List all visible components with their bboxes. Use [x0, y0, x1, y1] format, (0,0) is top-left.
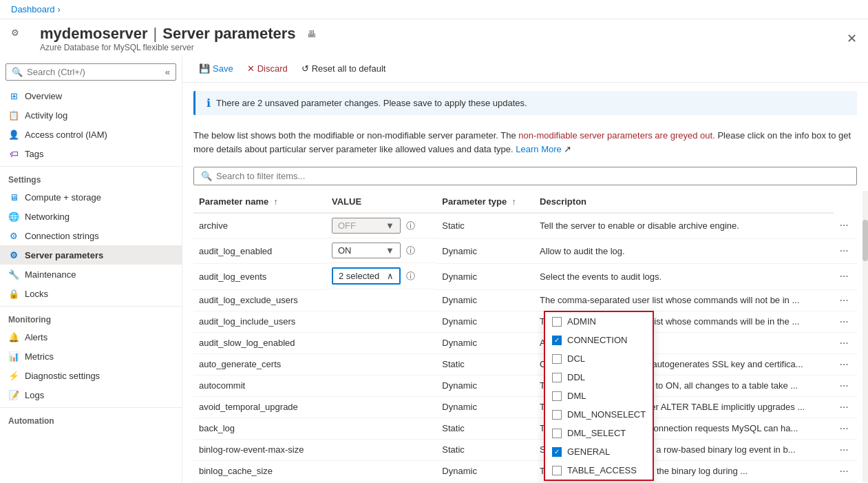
- param-value-cell: 2 selected∧ⓘ: [326, 263, 436, 289]
- discard-button[interactable]: ✕ Discard: [242, 61, 293, 76]
- param-type-cell: Static: [436, 353, 534, 375]
- param-info-icon[interactable]: ⓘ: [406, 245, 415, 257]
- sidebar-item-tags[interactable]: 🏷 Tags: [0, 144, 182, 163]
- sidebar-item-label: Connection strings: [25, 231, 99, 241]
- sidebar-item-locks[interactable]: 🔒 Locks: [0, 284, 182, 303]
- search-input[interactable]: [27, 67, 158, 77]
- breadcrumb-dashboard[interactable]: Dashboard: [11, 4, 55, 14]
- dropdown-option[interactable]: DML_SELECT: [545, 424, 653, 442]
- more-options-button[interactable]: ···: [839, 465, 848, 477]
- param-type-cell: Dynamic: [436, 332, 534, 353]
- more-options-button[interactable]: ···: [839, 219, 848, 231]
- dropdown-checkbox[interactable]: ✓: [552, 447, 562, 457]
- dropdown-checkbox[interactable]: [552, 429, 562, 438]
- table-row: autocommitDynamicThe autocommit mode. If…: [193, 375, 857, 396]
- dropdown-checkbox[interactable]: [552, 410, 562, 420]
- sidebar-item-metrics[interactable]: 📊 Metrics: [0, 347, 182, 366]
- sidebar-item-networking[interactable]: 🌐 Networking: [0, 207, 182, 226]
- param-type-cell: Static: [436, 439, 534, 460]
- print-button[interactable]: 🖶: [307, 29, 316, 39]
- toolbar: 💾 Save ✕ Discard ↺ Reset all to default: [182, 55, 868, 83]
- dropdown-option[interactable]: ✓GENERAL: [545, 442, 653, 461]
- sidebar-item-overview[interactable]: ⊞ Overview: [0, 86, 182, 105]
- table-row: archiveOFF▼ⓘStaticTell the server to ena…: [193, 213, 857, 238]
- connection-icon: ⚙: [8, 230, 19, 241]
- sidebar-item-diagnostic[interactable]: ⚡ Diagnostic settings: [0, 366, 182, 385]
- filter-box[interactable]: 🔍: [193, 167, 857, 185]
- dropdown-option[interactable]: DCL: [545, 349, 653, 368]
- reset-button[interactable]: ↺ Reset all to default: [296, 61, 392, 76]
- more-options-button[interactable]: ···: [839, 444, 848, 455]
- alerts-icon: 🔔: [8, 331, 19, 342]
- sort-icon-type[interactable]: ↑: [512, 196, 517, 207]
- dropdown-checkbox[interactable]: [552, 466, 562, 475]
- dropdown-option[interactable]: DML: [545, 387, 653, 405]
- param-info-icon[interactable]: ⓘ: [406, 270, 415, 282]
- dropdown-checkbox[interactable]: [552, 354, 562, 364]
- value-selected-dropdown[interactable]: 2 selected∧: [332, 267, 401, 285]
- dropdown-option[interactable]: ✓CONNECTION: [545, 331, 653, 349]
- dropdown-option-label: DML_SELECT: [567, 428, 626, 438]
- value-dropdown[interactable]: OFF▼: [332, 218, 401, 234]
- more-options-button[interactable]: ···: [839, 270, 848, 282]
- dropdown-checkbox[interactable]: [552, 317, 562, 327]
- value-dropdown[interactable]: ON▼: [332, 243, 401, 258]
- sort-icon-name[interactable]: ↑: [274, 196, 279, 207]
- dropdown-option[interactable]: DDL: [545, 368, 653, 387]
- collapse-sidebar-button[interactable]: «: [165, 67, 170, 77]
- search-icon: 🔍: [12, 67, 23, 77]
- more-options-button[interactable]: ···: [839, 316, 848, 327]
- param-value-cell: [326, 353, 436, 375]
- dropdown-checkbox[interactable]: [552, 391, 562, 401]
- dropdown-option-label: DML_NONSELECT: [567, 409, 646, 420]
- server-icon: ⚙: [11, 28, 33, 50]
- param-value-cell: [326, 396, 436, 418]
- sidebar: 🔍 « ⊞ Overview 📋 Activity log 👤 Access c…: [0, 55, 182, 483]
- dropdown-option-label: TABLE_ACCESS: [567, 465, 637, 475]
- sidebar-item-server-parameters[interactable]: ⚙ Server parameters: [0, 245, 182, 265]
- dropdown-option[interactable]: ADMIN: [545, 312, 653, 331]
- table-row: avoid_temporal_upgradeDynamicThis variab…: [193, 396, 857, 418]
- sidebar-item-iam[interactable]: 👤 Access control (IAM): [0, 125, 182, 144]
- sidebar-item-label: Metrics: [25, 351, 54, 362]
- table-row: back_logStaticThe number of outstanding …: [193, 418, 857, 439]
- more-options-button[interactable]: ···: [839, 380, 848, 391]
- sidebar-item-label: Server parameters: [25, 250, 103, 260]
- more-options-button[interactable]: ···: [839, 337, 848, 349]
- more-options-button[interactable]: ···: [839, 401, 848, 413]
- learn-more-link[interactable]: Learn More: [516, 144, 561, 154]
- filter-input[interactable]: [216, 171, 849, 181]
- save-button[interactable]: 💾 Save: [193, 61, 239, 76]
- monitoring-section-label: Monitoring: [0, 309, 182, 327]
- table-row: binlog-row-event-max-sizeStaticSpecify t…: [193, 439, 857, 460]
- param-type-cell: Dynamic: [436, 396, 534, 418]
- close-button[interactable]: ✕: [847, 31, 857, 46]
- scrollbar-thumb[interactable]: [862, 220, 868, 261]
- sidebar-item-alerts[interactable]: 🔔 Alerts: [0, 327, 182, 347]
- sidebar-search-box[interactable]: 🔍 «: [6, 63, 176, 81]
- breadcrumb[interactable]: Dashboard ›: [11, 4, 857, 14]
- sidebar-item-activity-log[interactable]: 📋 Activity log: [0, 105, 182, 125]
- more-options-button[interactable]: ···: [839, 358, 848, 370]
- sidebar-item-compute[interactable]: 🖥 Compute + storage: [0, 187, 182, 207]
- dropdown-checkbox[interactable]: [552, 373, 562, 382]
- dropdown-checkbox[interactable]: ✓: [552, 336, 562, 345]
- more-options-button[interactable]: ···: [839, 294, 848, 306]
- sidebar-item-maintenance[interactable]: 🔧 Maintenance: [0, 265, 182, 284]
- param-name-cell: audit_log_include_users: [193, 311, 326, 332]
- more-options-button[interactable]: ···: [839, 422, 848, 434]
- server-subtitle: Azure Database for MySQL flexible server: [40, 43, 316, 52]
- param-name-cell: avoid_temporal_upgrade: [193, 396, 326, 418]
- sidebar-item-logs[interactable]: 📝 Logs: [0, 385, 182, 404]
- param-name-cell: binlog_cache_size: [193, 460, 326, 482]
- param-type-cell: Dynamic: [436, 263, 534, 289]
- more-options-button[interactable]: ···: [839, 245, 848, 256]
- param-info-icon[interactable]: ⓘ: [406, 220, 415, 232]
- param-more-cell: ···: [834, 460, 857, 482]
- sidebar-item-label: Compute + storage: [25, 192, 101, 203]
- page-title: Server parameters: [162, 25, 295, 43]
- sidebar-item-connection-strings[interactable]: ⚙ Connection strings: [0, 226, 182, 245]
- maintenance-icon: 🔧: [8, 269, 19, 280]
- dropdown-option[interactable]: DML_NONSELECT: [545, 405, 653, 424]
- dropdown-option[interactable]: TABLE_ACCESS: [545, 461, 653, 480]
